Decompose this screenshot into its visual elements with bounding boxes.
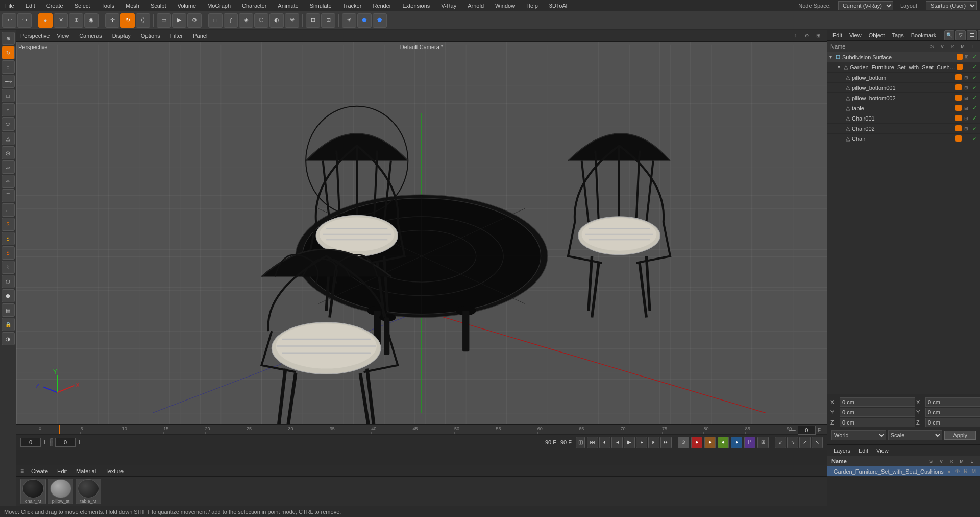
tree-item-pillow-bottom[interactable]: △ pillow_bottom ⊞ ✓ [827, 73, 980, 83]
viewport-icon-expand[interactable]: ↑ [791, 31, 800, 40]
tree-action-vis-ch[interactable] [963, 135, 970, 143]
tool-s3[interactable]: $ [2, 246, 15, 260]
tree-item-chair002[interactable]: △ Chair002 ⊞ ✓ [827, 124, 980, 134]
menu-tracker[interactable]: Tracker [341, 2, 364, 10]
tool-sphere[interactable]: ○ [2, 103, 15, 116]
tree-action-vis-pb1[interactable]: ⊞ [963, 84, 970, 91]
transport-record[interactable]: ● [691, 437, 702, 448]
menu-mesh[interactable]: Mesh [124, 2, 141, 10]
layers-edit-btn[interactable]: Edit [856, 447, 870, 454]
tree-action-vis-ch1[interactable]: ⊞ [963, 115, 970, 122]
viewport-menu-panel[interactable]: Panel [190, 32, 210, 40]
transport-play-forward[interactable]: ▸ [636, 437, 647, 448]
tool-box[interactable]: □ [2, 89, 15, 102]
tool-move[interactable]: ⊕ [2, 32, 15, 45]
menu-file[interactable]: File [3, 2, 16, 10]
scale-btn[interactable]: ⟨⟩ [136, 13, 150, 28]
tree-action-color-ch1[interactable] [955, 115, 962, 121]
right-search-icon[interactable]: 🔍 [944, 30, 954, 40]
coord-z-rot-input[interactable]: 0 cm [925, 418, 980, 427]
right-top-tags[interactable]: Tags [890, 32, 905, 39]
tool-rotate[interactable]: ↻ [2, 46, 15, 59]
tree-action-color-pb2[interactable] [955, 95, 962, 101]
transport-extra2[interactable]: ↘ [787, 437, 798, 448]
menu-edit[interactable]: Edit [23, 2, 37, 10]
tool-lock[interactable]: 🔒 [2, 318, 15, 331]
apply-button[interactable]: Apply [944, 431, 976, 440]
menu-vray[interactable]: V-Ray [439, 2, 458, 10]
tree-action-check-root[interactable]: ✓ [971, 64, 978, 71]
viewport-menu-view[interactable]: View [54, 32, 72, 40]
tree-action-color-ch[interactable] [955, 135, 962, 142]
deformer-btn[interactable]: ⬡ [254, 13, 268, 28]
tree-action-check-pb[interactable]: ✓ [971, 74, 978, 81]
transport-record-rot[interactable]: ● [718, 437, 729, 448]
viewport-menu-filter[interactable]: Filter [167, 32, 186, 40]
frame-stepper[interactable]: C [50, 438, 53, 447]
transport-go-start[interactable]: ⏮ [587, 437, 598, 448]
menu-mograph[interactable]: MoGraph [205, 2, 233, 10]
nurbs-btn[interactable]: ◈ [239, 13, 253, 28]
tree-action-check-ch[interactable]: ✓ [971, 135, 978, 143]
coord-y-rot-input[interactable]: 0 cm [925, 408, 980, 417]
tree-action-vis-pb2[interactable]: ⊞ [963, 95, 970, 102]
transport-next-frame[interactable]: ⏵ [648, 437, 659, 448]
layer-icon-r[interactable]: R [962, 468, 969, 474]
tool-scale[interactable]: ↕ [2, 60, 15, 74]
tool-cylinder[interactable]: ⬭ [2, 118, 15, 131]
tree-item-chair[interactable]: △ Chair ✓ [827, 134, 980, 144]
tree-action-vis-table[interactable]: ⊞ [963, 105, 970, 112]
menu-tools[interactable]: Tools [99, 2, 116, 10]
menu-window[interactable]: Window [493, 2, 517, 10]
move-btn[interactable]: ✛ [105, 13, 119, 28]
layout-select[interactable]: Startup (User) [926, 1, 977, 10]
menu-help[interactable]: Help [524, 2, 540, 10]
menu-character[interactable]: Character [240, 2, 268, 10]
timeline-track[interactable] [16, 450, 827, 465]
mat-menu-edit[interactable]: Edit [55, 467, 69, 475]
tree-action-color-pb1[interactable] [955, 84, 962, 90]
python2-btn[interactable]: ⬟ [373, 13, 387, 28]
tree-action-vis-root[interactable] [964, 64, 970, 70]
menu-arnold[interactable]: Arnold [465, 2, 486, 10]
viewport-menu-cameras[interactable]: Cameras [76, 32, 105, 40]
tree-action-vis-ch2[interactable]: ⊞ [963, 125, 970, 132]
tree-action-vis-subdiv[interactable]: ⊞ [964, 54, 970, 60]
tree-action-check-ch2[interactable]: ✓ [971, 125, 978, 132]
right-grid-icon[interactable]: ⊞ [978, 30, 980, 40]
timeline-frame-input[interactable] [798, 426, 816, 435]
scale-select[interactable]: Scale [888, 430, 943, 440]
tool-s2[interactable]: $ [2, 232, 15, 245]
transport-record-auto[interactable]: ⊙ [678, 437, 689, 448]
tree-action-color-ch2[interactable] [955, 125, 962, 131]
tool-plane[interactable]: ▱ [2, 160, 15, 174]
tool-nurbs-s[interactable]: $ [2, 218, 15, 231]
menu-simulate[interactable]: Simulate [308, 2, 334, 10]
undo-btn[interactable]: ↩ [2, 13, 16, 28]
right-top-object[interactable]: Object [867, 32, 887, 39]
tree-action-color-root[interactable] [957, 64, 963, 70]
tree-action-check-subdiv[interactable]: ✓ [971, 54, 978, 61]
menu-render[interactable]: Render [371, 2, 393, 10]
tree-action-color-pb[interactable] [955, 74, 962, 80]
cube-btn[interactable]: □ [208, 13, 223, 28]
menu-sculpt[interactable]: Sculpt [149, 2, 168, 10]
mat-editor-menu-icon[interactable]: ≡ [20, 467, 24, 475]
material-pillow[interactable]: pillow_st [48, 479, 74, 504]
tree-item-subdivision[interactable]: ▾ ⊟ Subdivision Surface ⊞ ✓ [827, 52, 980, 62]
layers-view-btn[interactable]: View [874, 447, 891, 454]
world-select[interactable]: World [831, 430, 886, 440]
transport-record-pos[interactable]: ● [704, 437, 716, 448]
viewport-canvas[interactable]: Default Camera:* Perspective [16, 42, 827, 424]
tool-cone[interactable]: △ [2, 132, 15, 145]
menu-3dtoall[interactable]: 3DToAll [547, 2, 571, 10]
tool-torus[interactable]: ◎ [2, 146, 15, 159]
coord-z-input[interactable]: 0 cm [840, 418, 915, 427]
python-btn[interactable]: ⬟ [357, 13, 372, 28]
layers-label[interactable]: Layers [831, 447, 852, 454]
mode-object-btn[interactable]: ● [38, 13, 53, 28]
right-top-edit[interactable]: Edit [830, 32, 844, 39]
tool-bend[interactable]: ⌇ [2, 261, 15, 274]
effector-btn[interactable]: ◐ [270, 13, 284, 28]
tree-item-table[interactable]: △ table ⊞ ✓ [827, 103, 980, 113]
